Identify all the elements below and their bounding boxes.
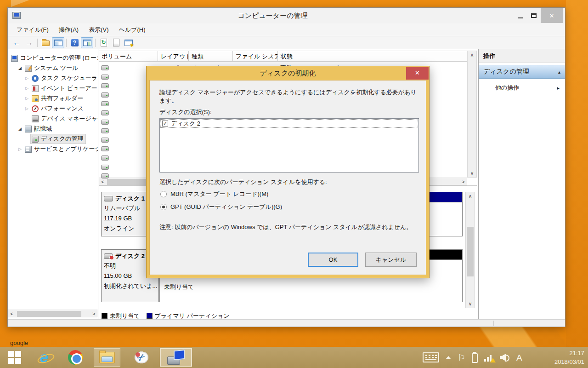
volume-icon [101,146,109,151]
tree-item-task-scheduler[interactable]: ▷タスク スケジューラ [8,73,98,83]
chrome-taskbar-button[interactable] [63,348,87,367]
column-header[interactable]: 状態 [278,51,467,61]
toolbar-separator [37,39,38,47]
ok-button[interactable]: OK [308,253,358,267]
snipping-tool-taskbar-button[interactable]: ✂ [130,348,153,367]
properties-button[interactable] [110,37,122,48]
back-icon: ← [13,39,21,46]
column-header[interactable]: ボリューム [99,51,158,61]
scroll-left-icon[interactable]: < [8,310,16,318]
tree-item-label: タスク スケジューラ [41,74,97,82]
start-icon [8,351,21,364]
expander-collapsed-icon[interactable]: ▷ [23,86,30,91]
console-tree-button[interactable] [52,37,64,48]
internet-explorer-taskbar-button[interactable]: e [32,348,56,367]
collapse-icon[interactable]: ▴ [558,69,560,75]
scroll-up-icon[interactable]: ∧ [466,192,474,200]
taskbar-clock[interactable]: 21:17 2018/03/01 [554,349,584,366]
cancel-button[interactable]: キャンセル [365,253,417,267]
legend-label: 未割り当て [110,312,140,320]
disk-management-icon [32,136,39,143]
scrollbar-thumb[interactable] [17,311,81,317]
expander-collapsed-icon[interactable]: ▷ [23,106,30,111]
scroll-right-icon[interactable]: > [90,310,98,318]
keyboard-icon[interactable] [423,352,439,362]
chevron-up-icon[interactable] [446,356,451,359]
volume-list-vertical-scrollbar[interactable]: ∧∨ [467,51,477,178]
minimize-button[interactable] [513,8,527,23]
tree-horizontal-scrollbar[interactable]: <> [8,310,98,317]
tree-item-inner: サービスとアプリケーション [23,144,98,154]
close-button[interactable]: ✕ [541,8,563,23]
submenu-arrow-icon: ▸ [557,85,560,91]
graph-vertical-scrollbar[interactable]: ∧∨ [465,192,475,308]
disk-list-item[interactable]: ✓ ディスク 2 [160,119,418,128]
wallpaper-fold [11,0,29,7]
radio-gpt[interactable]: GPT (GUID パーティション テーブル)(G) [160,203,282,211]
disk-list[interactable]: ✓ ディスク 2 [159,118,419,172]
tree-item-system-tools[interactable]: ◢システム ツール [8,63,98,73]
close-icon: ✕ [415,69,420,76]
menu-view[interactable]: 表示(V) [84,24,113,36]
expander-collapsed-icon[interactable]: ▷ [17,147,23,151]
tree-item-storage[interactable]: ◢記憶域 [8,124,98,134]
action-pane-icon [83,40,91,46]
title-bar[interactable]: コンピューターの管理 ✕ [8,8,565,23]
snipping-tool-icon: ✂ [133,351,150,364]
dialog-close-button[interactable]: ✕ [406,67,429,80]
refresh-button[interactable]: ↻ [97,37,110,48]
flag-icon[interactable]: ⚐ [458,353,465,362]
start-button[interactable] [2,348,28,367]
network-icon[interactable] [484,354,493,362]
expander-collapsed-icon[interactable]: ▷ [23,76,30,80]
tree-item-performance[interactable]: ▷パフォーマンス [8,104,98,114]
actions-more-actions[interactable]: 他の操作 ▸ [479,82,565,93]
maximize-button[interactable] [527,8,541,23]
disk-checkbox[interactable]: ✓ [162,121,168,126]
expander-expanded-icon[interactable]: ◢ [17,66,23,70]
computer-management-taskbar-button[interactable] [160,348,192,367]
scroll-down-icon[interactable]: ∨ [468,169,476,177]
taskbar: e✂ ⚐A 21:17 2018/03/01 [0,347,588,368]
volume-icon[interactable] [500,353,510,362]
tree-item-computer[interactable]: コンピューターの管理 (ローカ [8,53,98,63]
volume-icon [101,101,109,106]
radio-gpt-label: GPT (GUID パーティション テーブル)(G) [170,203,282,211]
tree-item-disk-management[interactable]: ディスクの管理 [8,134,98,144]
menu-action[interactable]: 操作(A) [54,24,84,36]
legend-color-swatch [102,313,107,319]
forward-button[interactable]: → [23,37,35,48]
radio-gpt-circle[interactable] [160,204,167,210]
column-header[interactable]: 種類 [189,51,233,61]
back-button[interactable]: ← [11,37,23,48]
actions-group-disk-management[interactable]: ディスクの管理 ▴ [479,65,565,79]
expander-expanded-icon[interactable]: ◢ [17,126,23,131]
help-icon: ? [71,39,79,46]
scroll-down-icon[interactable]: ∨ [466,300,474,308]
tree-item-services[interactable]: ▷サービスとアプリケーション [8,144,98,154]
scrollbar-thumb[interactable] [467,227,474,276]
settings-button[interactable] [122,37,135,48]
desktop-icon-google[interactable]: google [10,339,28,346]
event-viewer-icon [32,85,39,92]
help-button[interactable]: ? [68,37,81,48]
radio-mbr-circle[interactable] [160,191,167,197]
export-button[interactable] [40,37,52,48]
file-explorer-taskbar-button[interactable] [94,348,120,367]
column-header[interactable]: ファイル システム [233,51,278,61]
action-pane-button[interactable] [81,37,93,48]
tree-item-label: サービスとアプリケーション [34,145,98,153]
window-title: コンピューターの管理 [35,8,510,23]
tree-item-device-manager[interactable]: デバイス マネージャー [8,114,98,124]
dialog-title: ディスクの初期化 [147,66,429,80]
scroll-up-icon[interactable]: ∧ [468,51,476,59]
column-header[interactable]: レイアウト [158,51,189,61]
battery-icon[interactable] [472,353,478,363]
expander-collapsed-icon[interactable]: ▷ [23,96,30,101]
ime-indicator[interactable]: A [516,353,522,362]
radio-mbr[interactable]: MBR (マスター ブート レコード)(M) [160,190,268,198]
menu-file[interactable]: ファイル(F) [11,24,54,36]
tree-item-shared-folders[interactable]: ▷共有フォルダー [8,93,98,104]
tree-item-event-viewer[interactable]: ▷イベント ビューアー [8,83,98,93]
menu-help[interactable]: ヘルプ(H) [114,24,151,36]
